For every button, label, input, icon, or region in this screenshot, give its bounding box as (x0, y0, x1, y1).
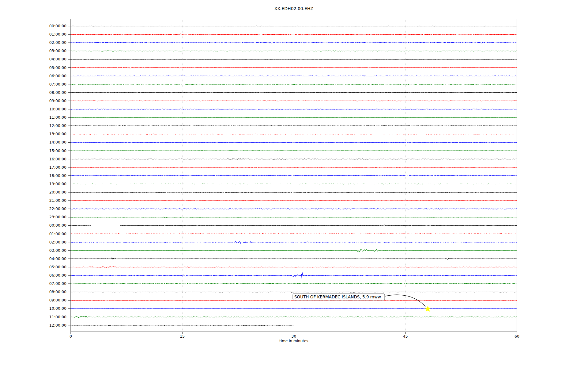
y-tick-label-5: 05:00:00 (49, 65, 66, 70)
y-tick-label-36: 12:00:00 (49, 323, 66, 328)
trace-row-26-02:00:00 (71, 241, 517, 244)
y-tick-label-33: 09:00:00 (49, 298, 66, 302)
x-tick-label-0: 0 (70, 334, 72, 339)
trace-row-13-13:00:00 (71, 134, 517, 134)
trace-row-3-03:00:00 (71, 51, 517, 52)
plot-title: XX.EDH02.00.EHZ (274, 6, 313, 11)
y-tick-label-19: 19:00:00 (49, 182, 66, 186)
trace-row-9-09:00:00 (71, 101, 517, 101)
trace-row-25-01:00:00 (71, 233, 517, 234)
trace-row-35-11:00:00 (71, 316, 517, 318)
y-tick-label-16: 16:00:00 (49, 157, 66, 161)
y-tick-label-29: 05:00:00 (49, 265, 66, 269)
y-tick-label-30: 06:00:00 (49, 273, 66, 278)
trace-row-31-07:00:00 (71, 283, 517, 284)
y-tick-label-32: 08:00:00 (49, 289, 66, 294)
y-tick-label-10: 10:00:00 (49, 107, 66, 111)
trace-row-5-05:00:00 (71, 67, 517, 68)
trace-row-30-06:00:00 (71, 273, 517, 279)
x-tick-label-45: 45 (403, 334, 408, 339)
x-tick-label-15: 15 (180, 334, 185, 339)
trace-row-4-04:00:00 (71, 59, 517, 60)
y-tick-label-13: 13:00:00 (49, 132, 66, 136)
y-tick-label-25: 01:00:00 (49, 232, 66, 236)
trace-row-12-12:00:00 (71, 126, 517, 126)
y-tick-label-31: 07:00:00 (49, 281, 66, 286)
trace-row-16-16:00:00 (71, 159, 517, 159)
y-tick-label-0: 00:00:00 (49, 24, 66, 28)
x-tick-label-60: 60 (514, 334, 519, 339)
y-tick-label-4: 04:00:00 (49, 57, 66, 61)
x-axis-label: time in minutes (279, 339, 308, 343)
event-annotation-arrow (385, 295, 425, 306)
y-tick-label-22: 22:00:00 (49, 206, 66, 211)
y-tick-label-28: 04:00:00 (49, 256, 66, 261)
trace-row-8-08:00:00 (71, 92, 517, 93)
x-tick-label-30: 30 (292, 334, 296, 339)
trace-row-32-08:00:00 (71, 292, 517, 292)
trace-row-18-18:00:00 (71, 175, 517, 176)
trace-row-11-11:00:00 (71, 117, 517, 118)
y-tick-label-23: 23:00:00 (49, 215, 66, 219)
y-tick-label-3: 03:00:00 (49, 48, 66, 53)
trace-row-2-02:00:00 (71, 42, 517, 43)
y-tick-label-6: 06:00:00 (49, 74, 66, 78)
y-tick-label-20: 20:00:00 (49, 190, 66, 194)
seismogram-plot: XX.EDH02.00.EHZtime in minutes0153045600… (0, 0, 588, 368)
y-tick-label-2: 02:00:00 (49, 40, 66, 45)
seismogram-figure: XX.EDH02.00.EHZtime in minutes0153045600… (0, 0, 588, 368)
trace-row-36-12:00:00 (71, 325, 294, 326)
trace-row-19-19:00:00 (71, 184, 517, 184)
y-tick-label-8: 08:00:00 (49, 90, 66, 95)
y-tick-label-34: 10:00:00 (49, 306, 66, 311)
trace-row-22-22:00:00 (71, 209, 517, 209)
trace-row-34-10:00:00 (71, 309, 517, 309)
trace-row-21-21:00:00 (71, 200, 517, 201)
y-tick-label-11: 11:00:00 (49, 115, 66, 120)
y-tick-label-21: 21:00:00 (49, 198, 66, 203)
y-tick-label-24: 00:00:00 (49, 223, 66, 228)
y-tick-label-7: 07:00:00 (49, 82, 66, 86)
y-tick-label-27: 03:00:00 (49, 248, 66, 253)
trace-row-28-04:00:00 (71, 258, 517, 259)
trace-row-24-00:00:00 (71, 225, 517, 226)
trace-row-27-03:00:00 (71, 249, 517, 252)
y-tick-label-18: 18:00:00 (49, 173, 66, 178)
y-tick-label-15: 15:00:00 (49, 148, 66, 153)
y-tick-label-9: 09:00:00 (49, 98, 66, 103)
y-tick-label-17: 17:00:00 (49, 165, 66, 170)
trace-row-10-10:00:00 (71, 109, 517, 109)
trace-row-23-23:00:00 (71, 217, 517, 218)
trace-row-0-00:00:00 (71, 26, 517, 26)
trace-row-14-14:00:00 (71, 142, 517, 143)
y-tick-label-12: 12:00:00 (49, 123, 66, 128)
trace-row-15-15:00:00 (71, 151, 517, 151)
event-annotation-label: SOUTH OF KERMADEC ISLANDS, 5.9 mww (294, 294, 381, 299)
y-tick-label-35: 11:00:00 (49, 315, 66, 319)
event-star-marker (425, 305, 431, 312)
y-tick-label-14: 14:00:00 (49, 140, 66, 144)
y-tick-label-26: 02:00:00 (49, 240, 66, 244)
y-tick-label-1: 01:00:00 (49, 32, 66, 36)
